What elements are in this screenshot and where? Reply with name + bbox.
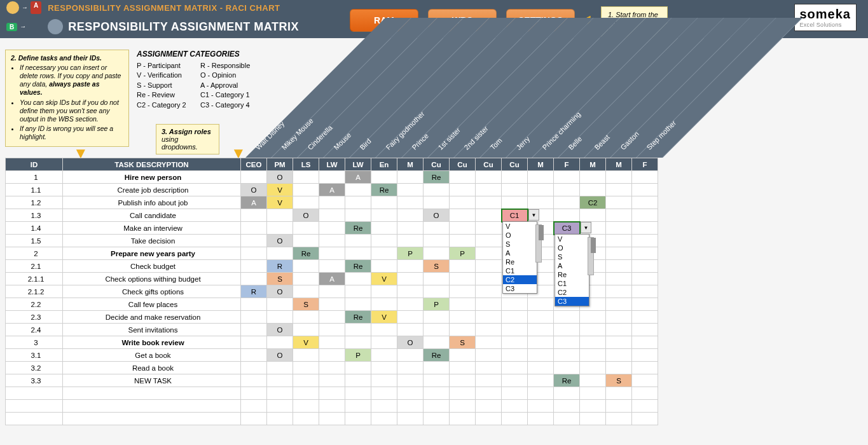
assignment-cell[interactable] [554, 184, 580, 196]
assignment-cell[interactable] [476, 298, 502, 311]
assignment-cell[interactable] [528, 324, 554, 336]
assignment-cell[interactable] [632, 184, 658, 196]
assignment-cell[interactable] [502, 311, 528, 324]
assignment-cell[interactable] [476, 336, 502, 349]
assignment-cell[interactable] [319, 260, 345, 273]
cell-desc[interactable]: Prepare new years party [63, 247, 241, 260]
assignment-cell[interactable]: O [267, 349, 293, 362]
assignment-cell[interactable] [241, 362, 267, 374]
assignment-cell[interactable] [319, 235, 345, 247]
assignment-cell[interactable] [502, 171, 528, 184]
assignment-cell[interactable] [528, 400, 554, 413]
assignment-cell[interactable] [528, 362, 554, 374]
assignment-cell[interactable] [450, 400, 476, 413]
cell-id[interactable]: 3 [6, 336, 63, 349]
assignment-cell[interactable] [319, 336, 345, 349]
cell-id[interactable]: 2 [6, 247, 63, 260]
assignment-cell[interactable]: O [424, 209, 450, 222]
cell-id[interactable]: 2.4 [6, 324, 63, 336]
cell-desc[interactable]: Read a book [63, 362, 241, 374]
assignment-cell[interactable] [371, 400, 397, 413]
assignment-cell[interactable] [554, 413, 580, 425]
assignment-cell[interactable] [319, 413, 345, 425]
assignment-cell[interactable] [580, 362, 606, 374]
assignment-cell[interactable] [450, 311, 476, 324]
cell-id[interactable]: 3.2 [6, 362, 63, 374]
assignment-cell[interactable] [450, 324, 476, 336]
assignment-cell[interactable] [606, 260, 632, 273]
assignment-cell[interactable] [502, 196, 528, 209]
assignment-cell[interactable] [476, 285, 502, 298]
assignment-cell[interactable] [528, 196, 554, 209]
assignment-cell[interactable] [632, 196, 658, 209]
assignment-cell[interactable] [528, 349, 554, 362]
assignment-cell[interactable] [319, 374, 345, 387]
assignment-cell[interactable] [580, 311, 606, 324]
assignment-cell[interactable] [606, 285, 632, 298]
assignment-cell[interactable] [293, 324, 319, 336]
assignment-cell[interactable] [371, 387, 397, 400]
assignment-cell[interactable] [371, 209, 397, 222]
assignment-cell[interactable]: O [267, 324, 293, 336]
assignment-cell[interactable] [450, 413, 476, 425]
assignment-cell[interactable]: A [319, 184, 345, 196]
assignment-cell[interactable] [267, 374, 293, 387]
cell-desc[interactable] [63, 400, 241, 413]
assignment-cell[interactable] [476, 362, 502, 374]
cell-id[interactable]: 3.3 [6, 374, 63, 387]
assignment-cell[interactable]: V [371, 273, 397, 285]
assignment-cell[interactable] [450, 374, 476, 387]
assignment-cell[interactable] [632, 235, 658, 247]
assignment-cell[interactable]: P [450, 247, 476, 260]
assignment-cell[interactable] [293, 260, 319, 273]
assignment-cell[interactable] [293, 362, 319, 374]
cell-id[interactable]: 1 [6, 171, 63, 184]
assignment-cell[interactable]: C1 [502, 209, 528, 222]
assignment-cell[interactable] [476, 387, 502, 400]
assignment-cell[interactable] [606, 387, 632, 400]
assignment-cell[interactable] [319, 349, 345, 362]
cell-id[interactable]: 2.1.1 [6, 273, 63, 285]
assignment-cell[interactable] [476, 273, 502, 285]
assignment-cell[interactable]: P [345, 349, 371, 362]
assignment-cell[interactable] [554, 311, 580, 324]
cell-desc[interactable]: Take decision [63, 235, 241, 247]
cell-id[interactable] [6, 387, 63, 400]
assignment-cell[interactable]: A [319, 273, 345, 285]
assignment-cell[interactable] [580, 209, 606, 222]
assignment-cell[interactable] [502, 387, 528, 400]
assignment-cell[interactable] [606, 349, 632, 362]
assignment-cell[interactable] [345, 413, 371, 425]
assignment-cell[interactable] [502, 374, 528, 387]
assignment-cell[interactable]: S [267, 273, 293, 285]
assignment-cell[interactable] [241, 171, 267, 184]
assignment-cell[interactable] [267, 400, 293, 413]
assignment-cell[interactable]: R [241, 285, 267, 298]
assignment-cell[interactable] [397, 171, 424, 184]
assignment-cell[interactable]: O [267, 285, 293, 298]
assignment-cell[interactable] [241, 209, 267, 222]
assignment-cell[interactable] [267, 209, 293, 222]
assignment-cell[interactable] [580, 400, 606, 413]
assignment-cell[interactable] [502, 336, 528, 349]
assignment-cell[interactable] [554, 400, 580, 413]
assignment-cell[interactable] [319, 171, 345, 184]
assignment-cell[interactable] [345, 336, 371, 349]
assignment-cell[interactable] [606, 247, 632, 260]
assignment-cell[interactable] [632, 362, 658, 374]
assignment-cell[interactable] [371, 349, 397, 362]
assignment-cell[interactable] [476, 400, 502, 413]
assignment-cell[interactable] [397, 311, 424, 324]
assignment-cell[interactable]: V [371, 311, 397, 324]
assignment-cell[interactable] [528, 374, 554, 387]
assignment-cell[interactable] [580, 336, 606, 349]
assignment-cell[interactable] [606, 196, 632, 209]
assignment-cell[interactable]: Re [345, 311, 371, 324]
assignment-cell[interactable]: V [267, 184, 293, 196]
assignment-cell[interactable] [241, 413, 267, 425]
assignment-cell[interactable] [450, 196, 476, 209]
assignment-cell[interactable] [476, 196, 502, 209]
cell-desc[interactable]: Call few places [63, 298, 241, 311]
assignment-cell[interactable] [476, 349, 502, 362]
assignment-cell[interactable] [397, 222, 424, 235]
